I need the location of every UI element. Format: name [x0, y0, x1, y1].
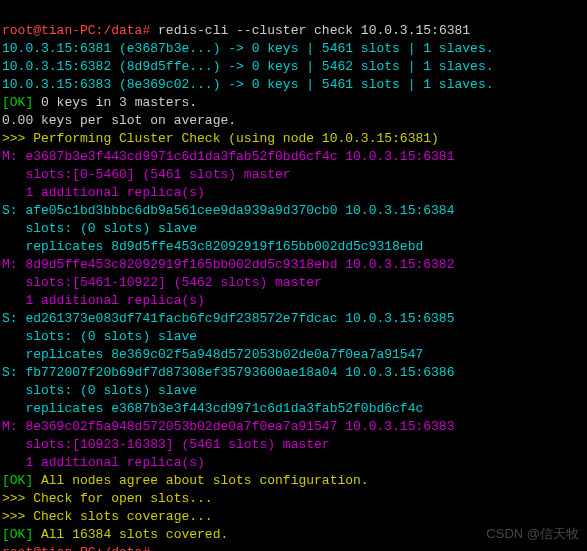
slave-2-line-b: slots: (0 slots) slave [2, 329, 197, 344]
check-open-slots: >>> Check for open slots... [2, 491, 213, 506]
node-line-2: 10.0.3.15:6382 (8d9d5ffe...) -> 0 keys |… [2, 59, 493, 74]
ok-tag-2: [OK] [2, 473, 41, 488]
master-1-line-c: 1 additional replica(s) [2, 185, 205, 200]
master-1-line-a: M: e3687b3e3f443cd9971c6d1da3fab52f0bd6c… [2, 149, 454, 164]
master-1-line-b: slots:[0-5460] (5461 slots) master [2, 167, 291, 182]
ok-msg-2: All nodes agree about slots configuratio… [41, 473, 369, 488]
cluster-check-header: >>> Performing Cluster Check (using node… [2, 131, 439, 146]
avg-line: 0.00 keys per slot on average. [2, 113, 236, 128]
ok-msg-3: All 16384 slots covered. [41, 527, 228, 542]
check-slots-coverage: >>> Check slots coverage... [2, 509, 213, 524]
slave-1-line-b: slots: (0 slots) slave [2, 221, 197, 236]
node-line-1: 10.0.3.15:6381 (e3687b3e...) -> 0 keys |… [2, 41, 493, 56]
shell-prompt-end[interactable]: root@tian-PC:/data# [2, 545, 158, 551]
shell-prompt[interactable]: root@tian-PC:/data# [2, 23, 158, 38]
master-3-line-c: 1 additional replica(s) [2, 455, 205, 470]
master-2-line-b: slots:[5461-10922] (5462 slots) master [2, 275, 322, 290]
slave-3-line-c: replicates e3687b3e3f443cd9971c6d1da3fab… [2, 401, 423, 416]
slave-1-line-c: replicates 8d9d5ffe453c82092919f165bb002… [2, 239, 423, 254]
node-line-3: 10.0.3.15:6383 (8e369c02...) -> 0 keys |… [2, 77, 493, 92]
slave-2-line-c: replicates 8e369c02f5a948d572053b02de0a7… [2, 347, 423, 362]
master-2-line-c: 1 additional replica(s) [2, 293, 205, 308]
terminal-output: root@tian-PC:/data# redis-cli --cluster … [0, 0, 587, 551]
slave-3-line-a: S: fb772007f20b69df7d87308ef35793600ae18… [2, 365, 454, 380]
slave-1-line-a: S: afe05c1bd3bbbc6db9a561cee9da939a9d370… [2, 203, 454, 218]
slave-2-line-a: S: ed261373e083df741facb6fc9df238572e7fd… [2, 311, 454, 326]
slave-3-line-b: slots: (0 slots) slave [2, 383, 197, 398]
master-2-line-a: M: 8d9d5ffe453c82092919f165bb002dd5c9318… [2, 257, 454, 272]
ok-tag-3: [OK] [2, 527, 41, 542]
master-3-line-b: slots:[10923-16383] (5461 slots) master [2, 437, 330, 452]
ok-tag-1: [OK] [2, 95, 41, 110]
master-3-line-a: M: 8e369c02f5a948d572053b02de0a7f0ea7a91… [2, 419, 454, 434]
ok-msg-1: 0 keys in 3 masters. [41, 95, 197, 110]
command-text: redis-cli --cluster check 10.0.3.15:6381 [158, 23, 470, 38]
